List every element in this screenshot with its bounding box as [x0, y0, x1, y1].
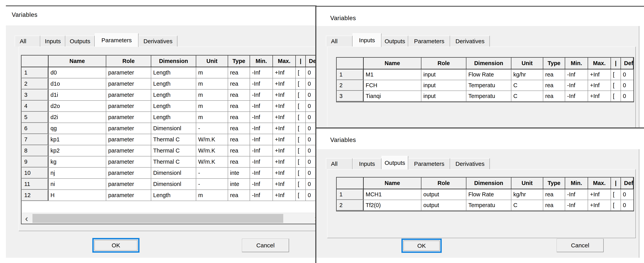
- max-cell[interactable]: +Inf: [588, 200, 611, 210]
- dimension-cell[interactable]: Length: [151, 190, 196, 200]
- table-row[interactable]: 2 Tf2(0) output Temperatu C rea -Inf +In…: [337, 200, 634, 211]
- role-cell[interactable]: parameter: [106, 123, 151, 134]
- table-row[interactable]: 1 d0 parameter Length m rea -Inf +Inf [ …: [22, 67, 316, 78]
- header-bracket[interactable]: |: [296, 56, 306, 67]
- dimension-cell[interactable]: Dimensionl: [151, 168, 196, 178]
- bracket-cell[interactable]: [: [611, 189, 621, 200]
- type-cell[interactable]: rea: [543, 91, 565, 101]
- header-type[interactable]: Type: [228, 56, 250, 67]
- row-number-cell[interactable]: 9: [22, 156, 48, 167]
- max-cell[interactable]: +Inf: [273, 179, 296, 190]
- header-type[interactable]: Type: [543, 58, 565, 69]
- name-cell[interactable]: d2o: [48, 101, 106, 112]
- min-cell[interactable]: -Inf: [250, 168, 273, 178]
- header-max[interactable]: Max.: [588, 58, 611, 69]
- dimension-cell[interactable]: Temperatu: [466, 200, 511, 210]
- role-cell[interactable]: parameter: [106, 145, 151, 156]
- row-number-cell[interactable]: 8: [22, 145, 48, 156]
- unit-cell[interactable]: m: [196, 112, 228, 122]
- role-cell[interactable]: input: [422, 80, 466, 90]
- tab-inputs[interactable]: Inputs: [352, 33, 382, 47]
- default-cell[interactable]: 0: [306, 123, 316, 134]
- row-number-cell[interactable]: 1: [337, 70, 364, 80]
- name-cell[interactable]: ni: [48, 179, 106, 190]
- tab-outputs[interactable]: Outputs: [382, 156, 408, 170]
- cancel-button[interactable]: Cancel: [556, 238, 604, 252]
- table-row[interactable]: 3 Tianqi input Temperatu C rea -Inf +Inf…: [337, 91, 634, 102]
- header-min[interactable]: Min.: [565, 178, 588, 189]
- max-cell[interactable]: +Inf: [273, 145, 296, 156]
- row-number-cell[interactable]: 7: [22, 134, 48, 145]
- header-default[interactable]: Def: [621, 178, 634, 189]
- row-number-cell[interactable]: 2: [337, 80, 364, 90]
- type-cell[interactable]: rea: [228, 101, 250, 112]
- table-row[interactable]: 2 FCH input Temperatu C rea -Inf +Inf [ …: [337, 80, 634, 91]
- dimension-cell[interactable]: Length: [151, 112, 196, 122]
- bracket-cell[interactable]: [: [296, 78, 306, 89]
- tab-parameters[interactable]: Parameters: [95, 33, 138, 47]
- header-unit[interactable]: Unit: [511, 178, 543, 189]
- header-unit[interactable]: Unit: [196, 56, 228, 67]
- unit-cell[interactable]: kg/hr: [511, 70, 543, 80]
- tab-outputs[interactable]: Outputs: [382, 36, 408, 46]
- min-cell[interactable]: -Inf: [250, 156, 273, 167]
- max-cell[interactable]: +Inf: [273, 101, 296, 112]
- tab-derivatives[interactable]: Derivatives: [450, 158, 490, 169]
- role-cell[interactable]: input: [422, 91, 466, 101]
- unit-cell[interactable]: W/m.K: [196, 156, 228, 167]
- unit-cell[interactable]: m: [196, 67, 228, 78]
- header-max[interactable]: Max.: [273, 56, 296, 67]
- tab-parameters[interactable]: Parameters: [408, 158, 450, 169]
- header-name[interactable]: Name: [364, 178, 422, 189]
- max-cell[interactable]: +Inf: [588, 91, 611, 101]
- bracket-cell[interactable]: [: [296, 112, 306, 122]
- header-default[interactable]: Def: [621, 58, 634, 69]
- table-row[interactable]: 7 kp1 parameter Thermal C W/m.K rea -Inf…: [22, 134, 316, 145]
- tab-derivatives[interactable]: Derivatives: [450, 36, 490, 46]
- header-max[interactable]: Max.: [588, 178, 611, 189]
- ok-button[interactable]: OK: [402, 238, 442, 253]
- type-cell[interactable]: rea: [543, 80, 565, 90]
- dimension-cell[interactable]: Length: [151, 90, 196, 100]
- dimension-cell[interactable]: Dimensionl: [151, 123, 196, 134]
- name-cell[interactable]: d2i: [48, 112, 106, 122]
- role-cell[interactable]: parameter: [106, 112, 151, 122]
- dimension-cell[interactable]: Thermal C: [151, 134, 196, 145]
- header-bracket[interactable]: |: [611, 178, 621, 189]
- table-row[interactable]: 8 kp2 parameter Thermal C W/m.K rea -Inf…: [22, 145, 316, 156]
- bracket-cell[interactable]: [: [611, 70, 621, 80]
- min-cell[interactable]: -Inf: [250, 112, 273, 122]
- horizontal-scrollbar[interactable]: ‹ ›: [22, 213, 316, 224]
- default-cell[interactable]: 0: [306, 78, 316, 89]
- dimension-cell[interactable]: Thermal C: [151, 145, 196, 156]
- dimension-cell[interactable]: Temperatu: [466, 91, 511, 101]
- type-cell[interactable]: rea: [543, 200, 565, 210]
- default-cell[interactable]: 0: [621, 91, 634, 101]
- row-number-cell[interactable]: 4: [22, 101, 48, 112]
- unit-cell[interactable]: -: [196, 168, 228, 178]
- row-number-cell[interactable]: 11: [22, 179, 48, 190]
- dimension-cell[interactable]: Flow Rate: [466, 70, 511, 80]
- row-number-cell[interactable]: 5: [22, 112, 48, 122]
- role-cell[interactable]: parameter: [106, 179, 151, 190]
- tab-parameters[interactable]: Parameters: [408, 36, 450, 46]
- name-cell[interactable]: M1: [364, 70, 422, 80]
- row-number-cell[interactable]: 1: [337, 189, 364, 200]
- default-cell[interactable]: 0: [306, 112, 316, 122]
- unit-cell[interactable]: m: [196, 190, 228, 200]
- bracket-cell[interactable]: [: [296, 168, 306, 178]
- unit-cell[interactable]: m: [196, 101, 228, 112]
- row-number-cell[interactable]: 12: [22, 190, 48, 200]
- bracket-cell[interactable]: [: [296, 67, 306, 78]
- scroll-left-icon[interactable]: ‹: [22, 213, 32, 224]
- type-cell[interactable]: rea: [228, 67, 250, 78]
- header-default[interactable]: Def: [306, 56, 316, 67]
- name-cell[interactable]: d1i: [48, 90, 106, 100]
- table-row[interactable]: 3 d1i parameter Length m rea -Inf +Inf […: [22, 90, 316, 101]
- header-type[interactable]: Type: [543, 178, 565, 189]
- dimension-cell[interactable]: Temperatu: [466, 80, 511, 90]
- name-cell[interactable]: kp1: [48, 134, 106, 145]
- dimension-cell[interactable]: Flow Rate: [466, 189, 511, 200]
- bracket-cell[interactable]: [: [296, 156, 306, 167]
- min-cell[interactable]: -Inf: [250, 123, 273, 134]
